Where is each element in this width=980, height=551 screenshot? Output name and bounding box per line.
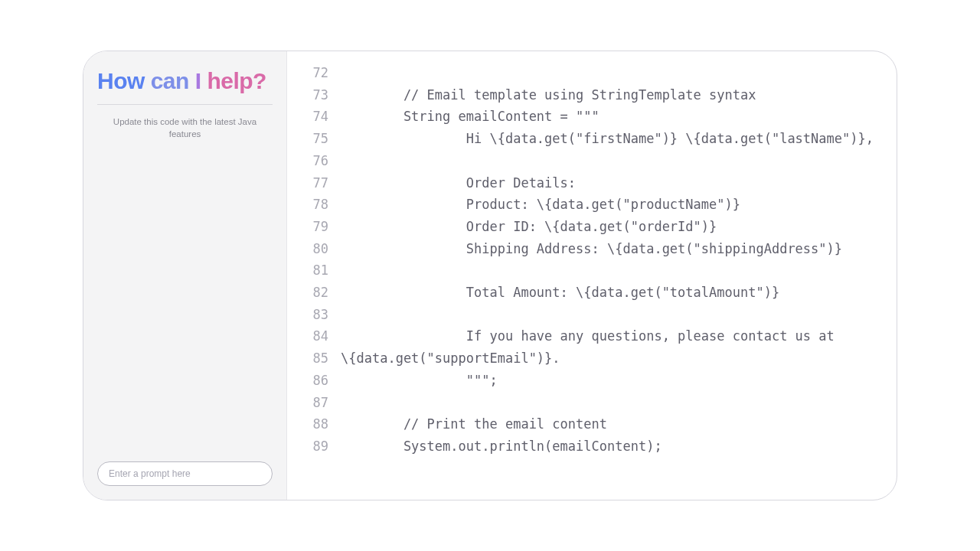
code-line[interactable]: Total Amount: \{data.get("totalAmount")}	[341, 282, 884, 304]
line-number: 87	[287, 392, 328, 414]
code-line[interactable]: String emailContent = """	[341, 106, 884, 128]
headline-word-1: How	[97, 68, 145, 93]
prompt-input[interactable]	[97, 461, 273, 486]
line-number: 85	[287, 347, 328, 370]
code-line[interactable]: Product: \{data.get("productName")}	[341, 194, 884, 216]
sidebar: How can I help? Update this code with th…	[83, 51, 287, 500]
app-window: How can I help? Update this code with th…	[83, 51, 897, 500]
line-number-gutter: 727374757677787980818283848586878889	[287, 62, 341, 500]
line-number: 81	[287, 259, 328, 282]
headline: How can I help?	[97, 68, 273, 105]
code-line[interactable]	[341, 392, 884, 414]
code-line[interactable]: \{data.get("supportEmail")}.	[341, 347, 884, 370]
code-line[interactable]	[341, 304, 884, 326]
code-line[interactable]	[341, 62, 884, 84]
code-line[interactable]: System.out.println(emailContent);	[341, 435, 884, 458]
headline-word-4: help?	[207, 68, 266, 93]
code-line[interactable]: Order Details:	[341, 172, 884, 194]
line-number: 80	[287, 238, 328, 260]
line-number: 82	[287, 282, 328, 304]
line-number: 86	[287, 370, 328, 392]
code-line[interactable]: // Email template using StringTemplate s…	[341, 84, 884, 106]
line-number: 77	[287, 172, 328, 194]
line-number: 88	[287, 413, 328, 435]
line-number: 73	[287, 84, 328, 106]
headline-word-3: I	[195, 68, 201, 93]
line-number: 79	[287, 216, 328, 238]
code-line[interactable]	[341, 259, 884, 282]
code-line[interactable]: If you have any questions, please contac…	[341, 325, 884, 347]
code-line[interactable]: // Print the email content	[341, 413, 884, 435]
code-content[interactable]: // Email template using StringTemplate s…	[341, 62, 897, 500]
line-number: 72	[287, 62, 328, 84]
code-line[interactable]: Hi \{data.get("firstName")} \{data.get("…	[341, 128, 884, 150]
prompt-input-container	[97, 461, 273, 486]
line-number: 78	[287, 194, 328, 216]
headline-word-2: can	[151, 68, 189, 93]
line-number: 75	[287, 128, 328, 150]
code-line[interactable]: Order ID: \{data.get("orderId")}	[341, 216, 884, 238]
line-number: 83	[287, 304, 328, 326]
line-number: 89	[287, 435, 328, 458]
line-number: 84	[287, 325, 328, 347]
code-editor[interactable]: 727374757677787980818283848586878889 // …	[287, 51, 897, 500]
line-number: 76	[287, 150, 328, 172]
code-line[interactable]	[341, 150, 884, 172]
code-line[interactable]: Shipping Address: \{data.get("shippingAd…	[341, 238, 884, 260]
code-line[interactable]: """;	[341, 370, 884, 392]
line-number: 74	[287, 106, 328, 128]
sample-prompt[interactable]: Update this code with the latest Java fe…	[97, 116, 273, 140]
